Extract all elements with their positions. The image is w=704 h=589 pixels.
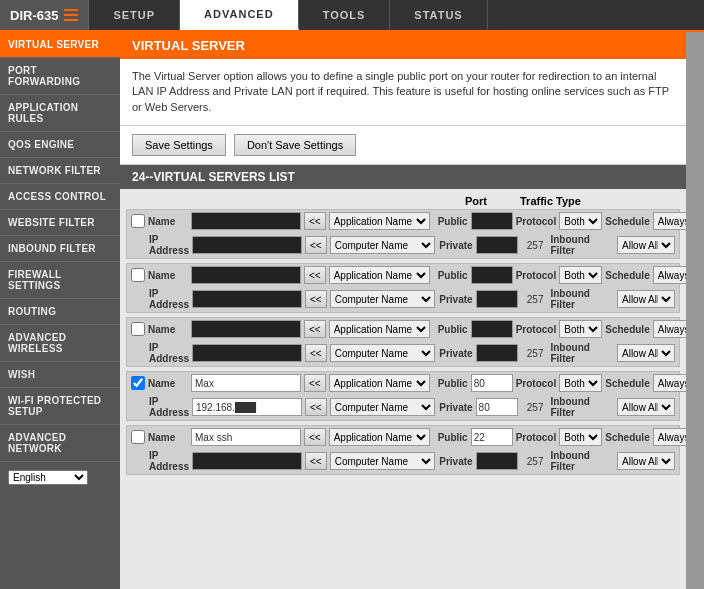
tab-tools[interactable]: TOOLS <box>299 0 391 30</box>
server-1-protocol-select[interactable]: Both <box>559 212 602 230</box>
server-4-schedule-label: Schedule <box>605 378 649 389</box>
server-1-checkbox[interactable] <box>131 214 145 228</box>
sidebar-item-port-forwarding[interactable]: PORT FORWARDING <box>0 58 120 95</box>
server-5-private-label: Private <box>438 456 473 467</box>
sidebar-item-advanced-wireless[interactable]: ADVANCED WIRELESS <box>0 325 120 362</box>
server-2-protocol-select[interactable]: Both <box>559 266 602 284</box>
sidebar-item-qos-engine[interactable]: QOS ENGINE <box>0 132 120 158</box>
server-3-ip-input[interactable] <box>192 344 302 362</box>
server-5-filter-select[interactable]: Allow All <box>617 452 675 470</box>
server-3-ip-arrow-btn[interactable]: << <box>305 344 327 362</box>
server-1-ip-input[interactable] <box>192 236 302 254</box>
server-4-name-input[interactable] <box>191 374 301 392</box>
server-row-2: Name << Application Name Public Protocol… <box>126 263 680 313</box>
server-1-computer-select[interactable]: Computer Name <box>330 236 435 254</box>
server-5-schedule-select[interactable]: Always <box>653 428 686 446</box>
server-2-name-input[interactable] <box>191 266 301 284</box>
server-1-schedule-select[interactable]: Always <box>653 212 686 230</box>
server-2-ip-arrow-btn[interactable]: << <box>305 290 327 308</box>
server-4-checkbox[interactable] <box>131 376 145 390</box>
sidebar-item-firewall-settings[interactable]: FIREWALL SETTINGS <box>0 262 120 299</box>
server-3-schedule-label: Schedule <box>605 324 649 335</box>
server-1-ip-arrow-btn[interactable]: << <box>305 236 327 254</box>
main-content: VIRTUAL SERVER The Virtual Server option… <box>120 32 686 589</box>
sidebar-item-wifi-protected[interactable]: WI-FI PROTECTED SETUP <box>0 388 120 425</box>
server-3-protocol-select[interactable]: Both <box>559 320 602 338</box>
sidebar-item-routing[interactable]: ROUTING <box>0 299 120 325</box>
server-4-private-port[interactable] <box>476 398 518 416</box>
tab-advanced[interactable]: ADVANCED <box>180 0 299 30</box>
server-2-public-label: Public <box>433 270 468 281</box>
server-2-private-port[interactable] <box>476 290 518 308</box>
server-5-computer-select[interactable]: Computer Name <box>330 452 435 470</box>
server-4-ip-arrow-btn[interactable]: << <box>305 398 327 416</box>
server-3-name-input[interactable] <box>191 320 301 338</box>
server-4-protocol-select[interactable]: Both <box>559 374 602 392</box>
server-5-num: 257 <box>521 456 544 467</box>
sidebar-item-website-filter[interactable]: WEBSITE FILTER <box>0 210 120 236</box>
server-5-ip-arrow-btn[interactable]: << <box>305 452 327 470</box>
server-3-schedule-select[interactable]: Always <box>653 320 686 338</box>
server-2-schedule-select[interactable]: Always <box>653 266 686 284</box>
server-4-schedule-select[interactable]: Always <box>653 374 686 392</box>
server-2-private-label: Private <box>438 294 473 305</box>
sidebar-item-network-filter[interactable]: NETWORK FILTER <box>0 158 120 184</box>
server-4-computer-select[interactable]: Computer Name <box>330 398 435 416</box>
save-button[interactable]: Save Settings <box>132 134 226 156</box>
server-5-ip-label: IP Address <box>149 450 189 472</box>
col-port-header: Port <box>436 195 516 207</box>
server-1-name-input[interactable] <box>191 212 301 230</box>
server-3-app-select[interactable]: Application Name <box>329 320 430 338</box>
server-3-checkbox[interactable] <box>131 322 145 336</box>
sidebar-item-advanced-network[interactable]: ADVANCED NETWORK <box>0 425 120 462</box>
server-4-filter-select[interactable]: Allow All <box>617 398 675 416</box>
tab-setup[interactable]: SETUP <box>89 0 180 30</box>
server-3-filter-select[interactable]: Allow All <box>617 344 675 362</box>
server-2-ip-input[interactable] <box>192 290 302 308</box>
language-select[interactable]: English <box>8 470 88 485</box>
server-3-arrow-btn[interactable]: << <box>304 320 326 338</box>
server-2-checkbox[interactable] <box>131 268 145 282</box>
server-2-public-port[interactable] <box>471 266 513 284</box>
server-1-public-port[interactable] <box>471 212 513 230</box>
server-3-name-label: Name <box>148 324 188 335</box>
sidebar-item-access-control[interactable]: ACCESS CONTROL <box>0 184 120 210</box>
server-1-arrow-btn[interactable]: << <box>304 212 326 230</box>
server-2-computer-select[interactable]: Computer Name <box>330 290 435 308</box>
server-5-private-port[interactable] <box>476 452 518 470</box>
server-1-filter-select[interactable]: Allow All <box>617 236 675 254</box>
server-5-schedule-label: Schedule <box>605 432 649 443</box>
server-5-filter-label: Inbound Filter <box>550 450 614 472</box>
server-2-app-select[interactable]: Application Name <box>329 266 430 284</box>
server-3-computer-select[interactable]: Computer Name <box>330 344 435 362</box>
dont-save-button[interactable]: Don't Save Settings <box>234 134 356 156</box>
sidebar-item-wish[interactable]: WISH <box>0 362 120 388</box>
language-selector-wrapper[interactable]: English <box>0 462 120 493</box>
logo-text: DIR-635 <box>10 8 58 23</box>
server-3-public-port[interactable] <box>471 320 513 338</box>
nav-tabs: SETUP ADVANCED TOOLS STATUS <box>89 0 704 30</box>
server-4-arrow-btn[interactable]: << <box>304 374 326 392</box>
server-5-arrow-btn[interactable]: << <box>304 428 326 446</box>
server-1-num: 257 <box>521 240 544 251</box>
server-5-ip-input[interactable] <box>192 452 302 470</box>
tab-status[interactable]: STATUS <box>390 0 487 30</box>
server-2-arrow-btn[interactable]: << <box>304 266 326 284</box>
server-1-app-select[interactable]: Application Name <box>329 212 430 230</box>
server-2-filter-select[interactable]: Allow All <box>617 290 675 308</box>
server-4-ip-input[interactable] <box>192 398 302 416</box>
server-5-checkbox[interactable] <box>131 430 145 444</box>
server-5-protocol-select[interactable]: Both <box>559 428 602 446</box>
sidebar-item-inbound-filter[interactable]: INBOUND FILTER <box>0 236 120 262</box>
page-description: The Virtual Server option allows you to … <box>120 59 686 126</box>
server-5-name-input[interactable] <box>191 428 301 446</box>
server-5-public-port[interactable] <box>471 428 513 446</box>
server-1-public-label: Public <box>433 216 468 227</box>
server-4-public-port[interactable] <box>471 374 513 392</box>
server-5-app-select[interactable]: Application Name <box>329 428 430 446</box>
sidebar-item-application-rules[interactable]: APPLICATION RULES <box>0 95 120 132</box>
server-3-private-port[interactable] <box>476 344 518 362</box>
server-4-app-select[interactable]: Application Name <box>329 374 430 392</box>
sidebar-item-virtual-server[interactable]: VIRTUAL SERVER <box>0 32 120 58</box>
server-1-private-port[interactable] <box>476 236 518 254</box>
